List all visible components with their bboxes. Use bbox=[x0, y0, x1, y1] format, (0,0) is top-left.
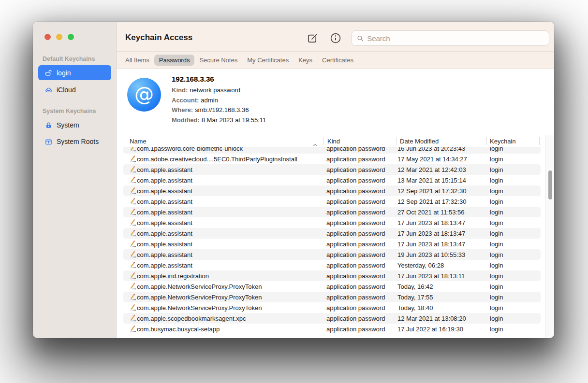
table-row[interactable]: com.apple.NetworkServiceProxy.ProxyToken… bbox=[117, 292, 554, 302]
column-header-date-modified[interactable]: Date Modified bbox=[400, 135, 439, 147]
detail-field-label: Where: bbox=[172, 106, 193, 113]
table-row[interactable]: com.apple.ind.registrationapplication pa… bbox=[117, 270, 554, 281]
table-row[interactable]: com.apple.assistantapplication password1… bbox=[117, 228, 554, 239]
column-divider[interactable] bbox=[323, 137, 323, 145]
cell-date: 12 Mar 2021 at 12:42:03 bbox=[397, 164, 466, 175]
cell-kind: application password bbox=[326, 324, 385, 334]
table-row[interactable]: com.busymac.busycal-setappapplication pa… bbox=[117, 324, 554, 334]
password-pencil-icon bbox=[130, 229, 137, 239]
info-button[interactable] bbox=[329, 32, 342, 44]
table-row[interactable]: com.apple.assistantapplication password2… bbox=[117, 207, 554, 217]
window-controls bbox=[44, 34, 74, 40]
password-pencil-icon bbox=[130, 293, 137, 302]
cell-keychain: login bbox=[490, 260, 503, 270]
column-header-name[interactable]: Name bbox=[130, 135, 147, 147]
tab-all-items[interactable]: All Items bbox=[120, 55, 154, 66]
item-detail-pane: @ 192.168.3.36 Kind:network passwordAcco… bbox=[117, 69, 554, 135]
column-header-kind[interactable]: Kind bbox=[327, 135, 340, 147]
cell-kind: application password bbox=[326, 313, 385, 324]
table-row[interactable]: com.apple.scopedbookmarksagent.xpcapplic… bbox=[117, 313, 554, 324]
password-pencil-icon bbox=[130, 198, 137, 207]
scrollbar-thumb[interactable] bbox=[548, 170, 552, 199]
info-icon bbox=[329, 32, 342, 44]
search-input[interactable] bbox=[367, 34, 544, 43]
detail-field: Where:smb://192.168.3.36 bbox=[172, 105, 266, 115]
cell-keychain: login bbox=[490, 164, 503, 175]
table-row[interactable]: com.apple.NetworkServiceProxy.ProxyToken… bbox=[117, 281, 554, 292]
table-row[interactable]: com.apple.assistantapplication password1… bbox=[117, 196, 554, 207]
cell-date: Today, 18:40 bbox=[397, 302, 433, 313]
cloud-key-icon bbox=[44, 86, 53, 94]
table-row[interactable]: com.apple.assistantapplication password1… bbox=[117, 185, 554, 196]
cell-kind: application password bbox=[326, 217, 385, 228]
cell-keychain: login bbox=[490, 185, 503, 196]
cell-name: com.apple.assistant bbox=[137, 196, 192, 207]
detail-field-value: 8 Mar 2023 at 19:55:11 bbox=[202, 116, 266, 124]
table-row[interactable]: com.apple.assistantapplication password1… bbox=[117, 164, 554, 175]
cell-date: 17 Jun 2023 at 18:13:47 bbox=[397, 217, 465, 228]
cell-keychain: login bbox=[490, 207, 503, 217]
tab-keys[interactable]: Keys bbox=[294, 55, 317, 66]
cell-date: 17 Jul 2022 at 16:19:30 bbox=[397, 324, 463, 334]
cell-keychain: login bbox=[490, 302, 503, 313]
cell-kind: application password bbox=[326, 249, 385, 260]
cell-date: 17 May 2021 at 14:34:27 bbox=[397, 154, 467, 164]
cell-name: com.apple.scopedbookmarksagent.xpc bbox=[137, 313, 246, 324]
sidebar-item-label: System bbox=[57, 121, 79, 129]
cell-name: com.apple.assistant bbox=[137, 260, 192, 270]
cell-keychain: login bbox=[490, 228, 503, 239]
cell-keychain: login bbox=[490, 196, 503, 207]
password-pencil-icon bbox=[130, 208, 137, 217]
detail-field-label: Account: bbox=[172, 97, 199, 104]
cell-kind: application password bbox=[326, 207, 385, 217]
column-divider[interactable] bbox=[486, 137, 487, 145]
detail-field-value: smb://192.168.3.36 bbox=[195, 106, 249, 113]
password-pencil-icon bbox=[130, 240, 137, 249]
sidebar-item-system-roots[interactable]: System Roots bbox=[38, 135, 111, 148]
sidebar-item-icloud[interactable]: iCloud bbox=[38, 83, 111, 97]
table-row[interactable]: com.apple.assistantapplication passwordY… bbox=[117, 260, 554, 270]
table-row[interactable]: com.adobe.creativecloud....5EC0.ThirdPar… bbox=[117, 154, 554, 164]
password-pencil-icon bbox=[130, 283, 137, 292]
close-window-button[interactable] bbox=[44, 34, 51, 40]
scrollbar-track[interactable] bbox=[545, 135, 554, 338]
table-row[interactable]: com.apple.assistantapplication password1… bbox=[117, 239, 554, 249]
password-pencil-icon bbox=[130, 314, 137, 324]
cell-keychain: login bbox=[490, 147, 503, 154]
cell-kind: application password bbox=[326, 147, 385, 154]
sidebar-item-login[interactable]: login bbox=[38, 65, 111, 80]
cell-date: 19 Jun 2023 at 10:55:33 bbox=[397, 249, 465, 260]
table-row[interactable]: com.1password.core-biometric-unlockappli… bbox=[117, 147, 554, 154]
cell-name: com.apple.assistant bbox=[137, 185, 192, 196]
column-divider[interactable] bbox=[397, 137, 397, 145]
search-field[interactable] bbox=[352, 30, 549, 46]
table-row[interactable]: com.apple.assistantapplication password1… bbox=[117, 249, 554, 260]
tab-passwords[interactable]: Passwords bbox=[154, 55, 195, 66]
cell-keychain: login bbox=[490, 217, 503, 228]
cell-keychain: login bbox=[490, 249, 503, 260]
tab-my-certificates[interactable]: My Certificates bbox=[242, 55, 294, 66]
keychain-access-window: Default Keychains login iCloud System Ke… bbox=[33, 22, 554, 338]
zoom-window-button[interactable] bbox=[68, 34, 74, 40]
tab-certificates[interactable]: Certificates bbox=[317, 55, 358, 66]
cell-keychain: login bbox=[490, 281, 503, 292]
table-row[interactable]: com.apple.NetworkServiceProxy.ProxyToken… bbox=[117, 302, 554, 313]
minimize-window-button[interactable] bbox=[56, 34, 62, 40]
detail-field: Modified:8 Mar 2023 at 19:55:11 bbox=[172, 115, 266, 126]
detail-field-value: network password bbox=[190, 86, 240, 94]
password-pencil-icon bbox=[130, 187, 137, 196]
sidebar-item-system[interactable]: System bbox=[38, 118, 111, 132]
cell-name: com.apple.NetworkServiceProxy.ProxyToken bbox=[137, 292, 262, 302]
password-pencil-icon bbox=[130, 155, 137, 164]
new-item-button[interactable] bbox=[306, 32, 319, 44]
password-pencil-icon bbox=[130, 272, 137, 281]
table-row[interactable]: com.apple.assistantapplication password1… bbox=[117, 175, 554, 185]
column-divider[interactable] bbox=[539, 137, 540, 145]
cell-name: com.apple.assistant bbox=[137, 239, 192, 249]
cell-kind: application password bbox=[326, 164, 385, 175]
cell-keychain: login bbox=[490, 270, 503, 281]
table-row[interactable]: com.apple.assistantapplication password1… bbox=[117, 217, 554, 228]
column-header-keychain[interactable]: Keychain bbox=[490, 135, 515, 147]
tab-secure-notes[interactable]: Secure Notes bbox=[194, 55, 242, 66]
cell-date: 16 Jun 2023 at 20:23:43 bbox=[397, 147, 465, 154]
